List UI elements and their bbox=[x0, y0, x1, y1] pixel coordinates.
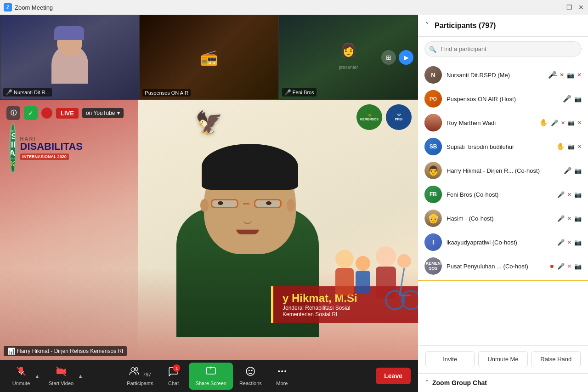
raise-hand-button[interactable]: Raise Hand bbox=[531, 351, 581, 367]
main-area: 🎤 Nursanti Dit.R... 📻 Puspensos ON AIR bbox=[0, 15, 588, 392]
start-video-button[interactable]: Start Video bbox=[44, 364, 78, 389]
youtube-dropdown[interactable]: on YouTube ▾ bbox=[82, 108, 124, 118]
participant-name: Puspensos ON AIR (Host) bbox=[447, 96, 558, 102]
zoom-icon: Z bbox=[4, 3, 12, 11]
main-video: ⓘ ✓ LIVE on YouTube ▾ HARI DISABILITAS I bbox=[0, 100, 418, 360]
avatar bbox=[424, 114, 442, 131]
mic-muted-icon: 🎤 bbox=[557, 215, 565, 222]
participant-item[interactable]: N Nursanti Dit.RSPD (Me) 🎤̶ ✕ 📷 ✕ bbox=[418, 63, 588, 87]
svg-point-22 bbox=[278, 370, 280, 372]
participant-icons: 🎤 ✕ 📷 bbox=[557, 239, 582, 246]
toolbar-right: Leave bbox=[376, 368, 411, 384]
search-input[interactable] bbox=[424, 41, 582, 57]
toolbar-left: Unmute ▲ Start Video ▲ bbox=[7, 364, 85, 389]
svg-point-20 bbox=[249, 369, 250, 371]
right-logos: 🌾 KEMENSOS 🛡 PPBI bbox=[356, 104, 412, 130]
toolbar: Unmute ▲ Start Video ▲ bbox=[0, 360, 418, 392]
cam-icon: 📷 bbox=[574, 263, 582, 270]
participant-item[interactable]: SB Supiati_brspdm budiluhur ✋ 📷 ✕ bbox=[418, 135, 588, 159]
participant-item[interactable]: I ikaayudyapratiwi (Co-host) 🎤 ✕ 📷 bbox=[418, 230, 588, 254]
reactions-icon bbox=[245, 366, 255, 379]
panel-collapse-button[interactable]: ˅ bbox=[425, 21, 429, 30]
avatar: SB bbox=[424, 138, 442, 155]
participant-item[interactable]: FB Feni Bros (Co-host) 🎤 ✕ 📷 bbox=[418, 182, 588, 206]
unmute-arrow[interactable]: ▲ bbox=[34, 369, 40, 383]
info-button[interactable]: ⓘ bbox=[6, 106, 20, 120]
svg-point-21 bbox=[251, 369, 253, 371]
participant-icons: 🎤 ✕ 📷 bbox=[557, 215, 582, 222]
invite-button[interactable]: Invite bbox=[425, 351, 475, 367]
share-screen-button[interactable]: Share Screen bbox=[189, 363, 233, 390]
thumbnail-puspensos[interactable]: 📻 Puspensos ON AIR bbox=[139, 15, 278, 100]
chat-label: Chat bbox=[168, 381, 179, 386]
live-controls: ⓘ ✓ LIVE on YouTube ▾ bbox=[6, 106, 124, 120]
participant-item[interactable]: KEMENSOS Pusat Penyuluhan ... (Co-host) … bbox=[418, 254, 588, 278]
speaker-label: 📊 Harry Hikmat - Dirjen Rehsos Kemensos … bbox=[4, 346, 127, 356]
svg-point-0 bbox=[335, 250, 354, 268]
participant-icons: ⏺ 🎤 ✕ 📷 bbox=[549, 263, 582, 270]
expand-button[interactable]: ▶ bbox=[399, 50, 413, 65]
participants-button[interactable]: 797 Participants bbox=[122, 364, 158, 389]
avatar: 👴 bbox=[424, 210, 442, 227]
live-badge: LIVE bbox=[56, 108, 79, 119]
more-button[interactable]: More bbox=[268, 364, 296, 389]
participant-name: Roy Marthen Wadi bbox=[447, 119, 535, 126]
participant-name: ikaayudyapratiwi (Co-host) bbox=[447, 239, 553, 246]
reactions-label: Reactions bbox=[239, 381, 262, 386]
svg-point-16 bbox=[135, 368, 138, 370]
maximize-button[interactable]: ❐ bbox=[566, 4, 572, 11]
participant-item[interactable]: PO Puspensos ON AIR (Host) 🎤 📷 bbox=[418, 87, 588, 111]
unmute-icon bbox=[16, 366, 26, 379]
panel-title: Participants (797) bbox=[435, 22, 496, 30]
hand-raised-icon: ✋ bbox=[556, 142, 565, 151]
logo-2: 🛡 PPBI bbox=[386, 104, 412, 130]
title-bar: Z Zoom Meeting — ❐ ✕ bbox=[0, 0, 588, 15]
thumbnail-strip-controls: ⊞ ▶ bbox=[381, 50, 413, 65]
mic-muted-icon: 🎤 bbox=[557, 263, 565, 270]
group-chat-collapse-button[interactable]: ˅ bbox=[425, 379, 429, 386]
svg-point-15 bbox=[131, 368, 135, 371]
close-button[interactable]: ✕ bbox=[578, 4, 584, 11]
participant-name: Pusat Penyuluhan ... (Co-host) bbox=[447, 263, 545, 270]
unmute-button[interactable]: Unmute bbox=[7, 364, 35, 389]
participant-icons: 🎤 📷 bbox=[563, 95, 582, 103]
reactions-button[interactable]: Reactions bbox=[235, 364, 266, 389]
participant-name: Hasim - (Co-host) bbox=[447, 215, 553, 222]
unmute-label: Unmute bbox=[12, 381, 30, 386]
mic-active-icon: 🎤 bbox=[564, 167, 571, 174]
svg-point-23 bbox=[281, 370, 283, 372]
illustration-graphic bbox=[326, 240, 418, 323]
cam-icon: 📷 bbox=[574, 167, 582, 174]
cam-icon: 📷 bbox=[574, 96, 582, 102]
video-arrow[interactable]: ▲ bbox=[77, 369, 84, 383]
leave-button[interactable]: Leave bbox=[376, 368, 411, 384]
hdi-circle: HARI DISABILITAS INTERNASIONAL 2020 bbox=[9, 123, 17, 173]
grid-view-button[interactable]: ⊞ bbox=[381, 50, 396, 65]
participant-item[interactable]: 👴 Hasim - (Co-host) 🎤 ✕ 📷 bbox=[418, 206, 588, 230]
avatar: N bbox=[424, 66, 442, 84]
chat-button[interactable]: 1 Chat bbox=[160, 364, 187, 389]
event-logo: HARI DISABILITAS INTERNASIONAL 2020 HARI… bbox=[9, 123, 83, 173]
search-box: 🔍 bbox=[424, 41, 582, 57]
participant-item[interactable]: Roy Marthen Wadi ✋ 🎤 ✕ 📷 ✕ bbox=[418, 111, 588, 135]
unmute-me-button[interactable]: Unmute Me bbox=[478, 351, 527, 367]
share-screen-icon bbox=[206, 366, 216, 379]
recording-icon: ⏺ bbox=[549, 263, 554, 269]
title-bar-controls: — ❐ ✕ bbox=[554, 4, 584, 11]
avatar: PO bbox=[424, 90, 442, 108]
participant-item[interactable]: 👨 Harry Hikmat - Dirjen R... (Co-host) 🎤… bbox=[418, 159, 588, 182]
security-button[interactable]: ✓ bbox=[24, 106, 38, 120]
thumbnail-nursanti[interactable]: 🎤 Nursanti Dit.R... bbox=[0, 15, 139, 100]
svg-point-6 bbox=[397, 254, 411, 268]
cam-icon: 📷 bbox=[574, 239, 582, 246]
svg-rect-1 bbox=[335, 268, 354, 295]
minimize-button[interactable]: — bbox=[554, 4, 560, 11]
participant-name: Feni Bros (Co-host) bbox=[447, 191, 553, 198]
participant-icons: 🎤̶ ✕ 📷 ✕ bbox=[548, 71, 582, 79]
participant-name: Harry Hikmat - Dirjen R... (Co-host) bbox=[447, 167, 559, 174]
toolbar-center: 797 Participants 1 Chat bbox=[122, 363, 296, 390]
cam-muted-icon: 📷 bbox=[568, 119, 575, 126]
mic-muted-icon: 🎤 bbox=[557, 239, 565, 246]
video-panel: 🎤 Nursanti Dit.R... 📻 Puspensos ON AIR bbox=[0, 15, 418, 392]
search-icon: 🔍 bbox=[429, 45, 436, 52]
